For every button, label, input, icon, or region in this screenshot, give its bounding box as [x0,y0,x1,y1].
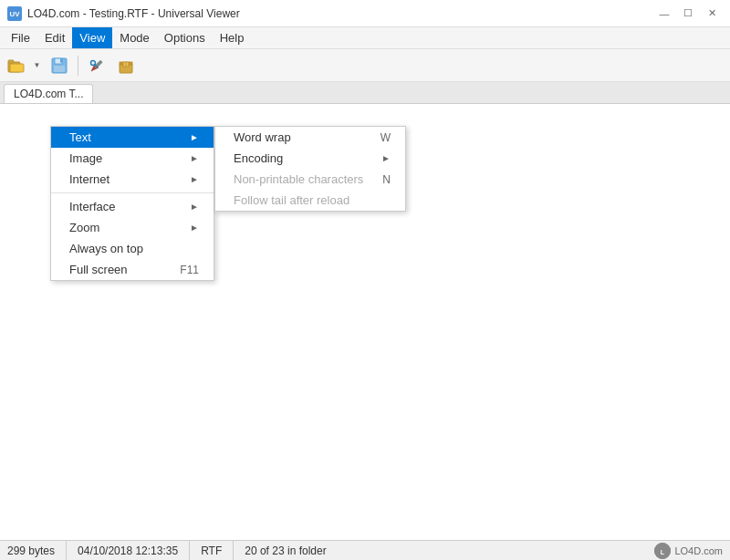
svg-rect-3 [8,60,14,63]
toolbar-separator-1 [78,56,78,76]
menu-edit[interactable]: Edit [37,27,72,48]
package-button[interactable] [112,53,140,78]
lo4d-logo-icon: L [654,543,671,559]
svg-rect-8 [60,58,62,62]
menu-file[interactable]: File [4,27,37,48]
app-icon: UV [7,6,22,21]
maximize-button[interactable]: ☐ [677,4,699,24]
menu-options[interactable]: Options [157,27,213,48]
status-bar: 299 bytes 04/10/2018 12:13:35 RTF 20 of … [0,540,730,560]
view-menu[interactable]: Text ► Image ► Internet ► Interface ► [50,126,214,281]
menu-bar: File Edit View Mode Options Help [0,27,730,49]
view-menu-internet[interactable]: Internet ► [51,169,214,190]
view-menu-always-on-top[interactable]: Always on top [51,238,214,259]
svg-text:UV: UV [9,10,20,18]
text-word-wrap[interactable]: Word wrap W [215,127,405,148]
menu-help[interactable]: Help [213,27,252,48]
main-content: Text ► Image ► Internet ► Interface ► [0,104,730,540]
text-non-printable: Non-printable characters N [215,169,405,190]
status-size: 299 bytes [7,541,67,560]
open-button[interactable] [4,53,31,78]
status-format: RTF [201,541,234,560]
tools-icon [88,57,106,75]
minimize-button[interactable]: — [653,4,675,24]
text-submenu[interactable]: Word wrap W Encoding ► Non-printable cha… [214,126,406,212]
text-encoding[interactable]: Encoding ► [215,148,405,169]
text-follow-tail: Follow tail after reload [215,190,405,211]
interface-submenu-arrow: ► [190,202,199,212]
menu-view[interactable]: View [72,27,112,48]
save-icon [50,57,68,75]
close-button[interactable]: ✕ [701,4,723,24]
view-menu-zoom[interactable]: Zoom ► [51,217,214,238]
view-menu-interface[interactable]: Interface ► [51,196,214,217]
svg-rect-4 [10,64,24,72]
image-submenu-arrow: ► [190,153,199,163]
window-title: LO4D.com - Testing.RTF - Universal Viewe… [27,7,240,20]
svg-text:L: L [661,549,665,555]
status-datetime: 04/10/2018 12:13:35 [78,541,190,560]
encoding-arrow: ► [381,153,391,163]
status-logo: L LO4D.com [654,543,723,559]
toolbar: ▼ [0,49,730,82]
view-menu-full-screen[interactable]: Full screen F11 [51,259,214,280]
internet-submenu-arrow: ► [190,174,199,184]
view-menu-image[interactable]: Image ► [51,148,214,169]
open-icon [7,57,27,75]
menu-mode[interactable]: Mode [112,27,157,48]
view-menu-separator-1 [51,192,214,193]
view-menu-text[interactable]: Text ► [51,127,214,148]
open-dropdown-arrow[interactable]: ▼ [31,53,44,78]
title-bar-left: UV LO4D.com - Testing.RTF - Universal Vi… [7,6,240,21]
title-bar-controls: — ☐ ✕ [653,4,723,24]
status-position: 20 of 23 in folder [245,541,337,560]
title-bar: UV LO4D.com - Testing.RTF - Universal Vi… [0,0,730,27]
svg-rect-7 [54,66,65,72]
zoom-submenu-arrow: ► [190,223,199,233]
file-tab[interactable]: LO4D.com T... [4,84,93,103]
tools-button[interactable] [83,53,110,78]
open-dropdown: ▼ [4,53,44,78]
text-submenu-arrow: ► [190,132,199,142]
tab-bar: LO4D.com T... [0,82,730,104]
package-icon [117,57,135,75]
svg-point-10 [91,60,96,65]
save-button[interactable] [46,53,73,78]
